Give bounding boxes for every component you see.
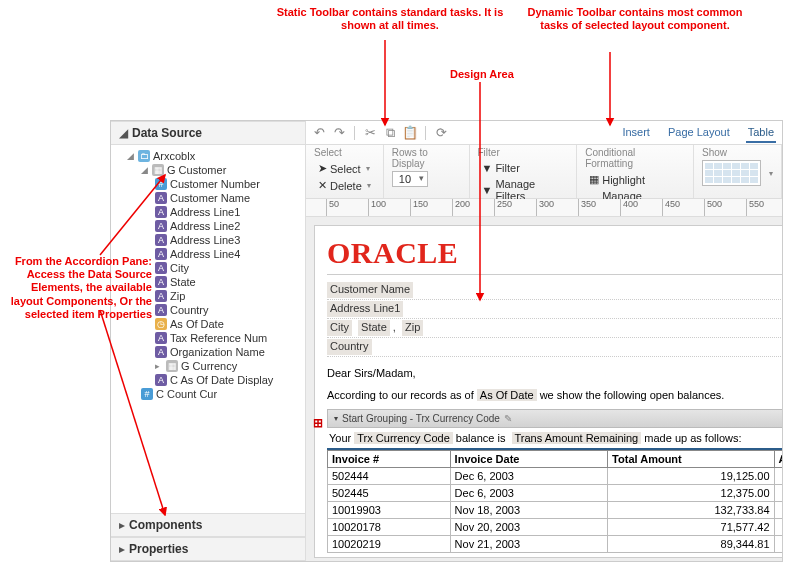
tab-page-layout[interactable]: Page Layout (666, 122, 732, 143)
tree-item[interactable]: AC As Of Date Display (153, 373, 305, 387)
tree-group[interactable]: ◢▦G Customer (139, 163, 305, 177)
accordion-pane: ◢Data Source ◢🗀Arxcoblx ◢▦G Customer #Cu… (111, 121, 306, 561)
tree-item[interactable]: ACity (153, 261, 305, 275)
placeholder-customer-name[interactable]: Customer Name (327, 282, 413, 298)
callout-design-area: Design Area (450, 68, 514, 81)
chevron-down-icon: ▾ (366, 164, 370, 173)
redo-icon[interactable]: ↷ (332, 126, 346, 140)
text-field-icon: A (155, 248, 167, 260)
tree-item[interactable]: AAddress Line1 (153, 205, 305, 219)
ribbon-group-conditional: Conditional Formatting ▦Highlight ▤Manag… (577, 145, 694, 198)
tree-subgroup[interactable]: ▸▦G Currency (153, 359, 305, 373)
col-outstanding[interactable]: Amount Outs (774, 450, 782, 467)
tree-item[interactable]: AAddress Line3 (153, 233, 305, 247)
app-window: ◢Data Source ◢🗀Arxcoblx ◢▦G Customer #Cu… (110, 120, 783, 562)
col-total[interactable]: Total Amount (608, 450, 774, 467)
cut-icon[interactable]: ✂ (363, 126, 377, 140)
tree-item[interactable]: #C Count Cur (139, 387, 305, 401)
accordion-header-data-source[interactable]: ◢Data Source (111, 121, 305, 145)
tree-item[interactable]: AState (153, 275, 305, 289)
cursor-icon: ➤ (318, 162, 327, 175)
placeholder-country[interactable]: Country (327, 339, 372, 355)
callout-accordion-pane: From the Accordion Pane: Access the Data… (2, 255, 152, 321)
highlight-icon: ▦ (589, 173, 599, 186)
caret-down-icon: ◢ (119, 126, 128, 140)
placeholder-currency[interactable]: Trx Currency Code (354, 432, 453, 444)
show-grid-button[interactable] (702, 160, 761, 186)
group-icon: ▦ (166, 360, 178, 372)
callout-dynamic-toolbar: Dynamic Toolbar contains most common tas… (520, 6, 750, 32)
text-field-icon: A (155, 290, 167, 302)
undo-icon[interactable]: ↶ (312, 126, 326, 140)
text-field-icon: A (155, 332, 167, 344)
tab-bar: Insert Page Layout Table (620, 122, 776, 143)
highlight-button[interactable]: ▦Highlight (585, 171, 649, 188)
expand-handle-icon[interactable]: ⊞ (313, 416, 323, 430)
grouping-bar[interactable]: ▾Start Grouping - Trx Currency Code✎ (327, 409, 782, 428)
placeholder-amount-remaining[interactable]: Trans Amount Remaining (512, 432, 642, 444)
separator (354, 126, 355, 140)
text-field-icon: A (155, 346, 167, 358)
copy-icon[interactable]: ⧉ (383, 126, 397, 140)
tree-item[interactable]: ATax Reference Num (153, 331, 305, 345)
tree-item[interactable]: ACustomer Name (153, 191, 305, 205)
text-field-icon: A (155, 192, 167, 204)
text-field-icon: A (155, 206, 167, 218)
filter-button[interactable]: ▼Filter (478, 160, 524, 176)
text-field-icon: A (155, 276, 167, 288)
text-field-icon: A (155, 220, 167, 232)
placeholder-state[interactable]: State (358, 320, 390, 336)
ribbon-group-rows: Rows to Display 10 (384, 145, 470, 198)
text-field-icon: A (155, 234, 167, 246)
delete-button[interactable]: ✕Delete▾ (314, 177, 375, 194)
filter-settings-icon: ▼ (482, 184, 493, 196)
dynamic-toolbar: Select ➤Select▾ ✕Delete▾ Rows to Display… (306, 145, 782, 199)
rows-select[interactable]: 10 (392, 171, 428, 187)
ribbon-label: Rows to Display (392, 147, 461, 169)
tree-root[interactable]: ◢🗀Arxcoblx (125, 149, 305, 163)
select-button[interactable]: ➤Select▾ (314, 160, 374, 177)
refresh-icon[interactable]: ⟳ (434, 126, 448, 140)
tab-insert[interactable]: Insert (620, 122, 652, 143)
tree-item[interactable]: AAddress Line2 (153, 219, 305, 233)
data-source-tree: ◢🗀Arxcoblx ◢▦G Customer #Customer Number… (111, 145, 305, 513)
placeholder-as-of-date[interactable]: As Of Date (477, 389, 537, 401)
page: ORACLE Customer Name Address Line1 City … (314, 225, 782, 558)
text-field-icon: A (155, 374, 167, 386)
chevron-down-icon: ▾ (769, 169, 773, 178)
ribbon-group-filter: Filter ▼Filter ▼Manage Filters (470, 145, 578, 198)
tree-item[interactable]: #Customer Number (153, 177, 305, 191)
placeholder-city[interactable]: City (327, 320, 352, 336)
text-field-icon: A (155, 262, 167, 274)
number-field-icon: # (155, 178, 167, 190)
table-row[interactable]: 10019903Nov 18, 2003132,733.84 (328, 501, 783, 518)
paste-icon[interactable]: 📋 (403, 126, 417, 140)
accordion-header-components[interactable]: ▸Components (111, 513, 305, 537)
placeholder-address1[interactable]: Address Line1 (327, 301, 403, 317)
design-canvas[interactable]: ORACLE Customer Name Address Line1 City … (306, 217, 782, 561)
intro-line: According to our records as of As Of Dat… (327, 389, 782, 401)
number-field-icon: # (141, 388, 153, 400)
delete-icon: ✕ (318, 179, 327, 192)
table-row[interactable]: 10020178Nov 20, 200371,577.42 (328, 518, 783, 535)
placeholder-zip[interactable]: Zip (402, 320, 423, 336)
table-row[interactable]: 502444Dec 6, 200319,125.00 (328, 467, 783, 484)
col-date[interactable]: Invoice Date (450, 450, 607, 467)
address-block: Customer Name Address Line1 City State ,… (327, 281, 782, 357)
tree-item[interactable]: AOrganization Name (153, 345, 305, 359)
tree-item[interactable]: AAddress Line4 (153, 247, 305, 261)
ribbon-label: Conditional Formatting (585, 147, 685, 169)
tree-item[interactable]: AZip (153, 289, 305, 303)
pencil-icon: ✎ (504, 413, 512, 424)
table-row[interactable]: 10020219Nov 21, 200389,344.81 (328, 535, 783, 552)
tree-item[interactable]: ◷As Of Date (153, 317, 305, 331)
table-row[interactable]: 502445Dec 6, 200312,375.00 (328, 484, 783, 501)
callout-static-toolbar: Static Toolbar contains standard tasks. … (275, 6, 505, 32)
tree-item[interactable]: ACountry (153, 303, 305, 317)
tab-table[interactable]: Table (746, 122, 776, 143)
date-field-icon: ◷ (155, 318, 167, 330)
invoice-table[interactable]: Invoice # Invoice Date Total Amount Amou… (327, 450, 782, 553)
oracle-logo: ORACLE (327, 236, 782, 275)
accordion-header-properties[interactable]: ▸Properties (111, 537, 305, 561)
col-invoice[interactable]: Invoice # (328, 450, 451, 467)
